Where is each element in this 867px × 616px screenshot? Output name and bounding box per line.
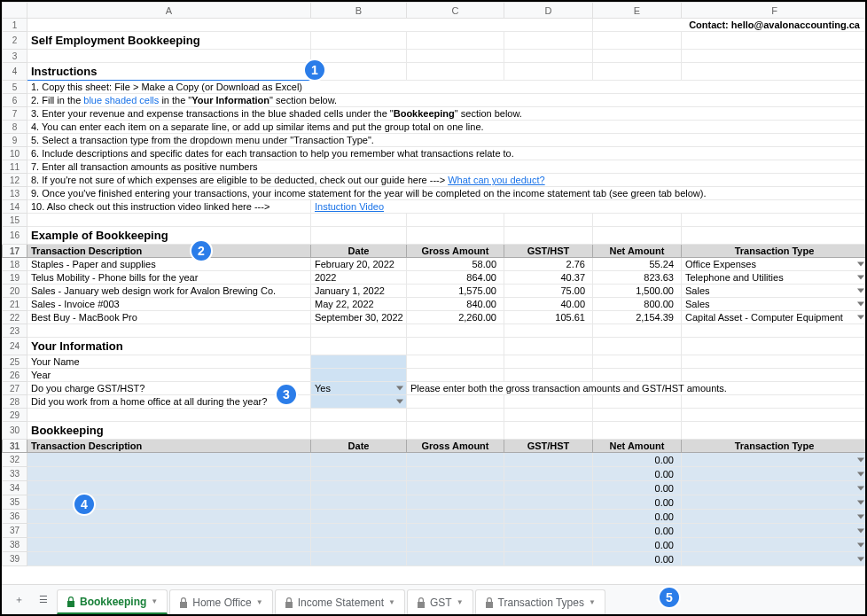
- tab-gst[interactable]: GST▼: [407, 589, 473, 614]
- col-header-e[interactable]: E: [593, 3, 682, 19]
- type-dropdown[interactable]: Telephone and Utilities: [682, 271, 866, 285]
- col-gst[interactable]: GST/HST: [504, 245, 593, 258]
- row-14: 1410. Also check out this instruction vi…: [3, 200, 866, 214]
- type-dropdown[interactable]: Office Expenses: [682, 258, 866, 271]
- example-heading[interactable]: Example of Bookkeeping: [27, 227, 311, 245]
- col-header-d[interactable]: D: [504, 3, 593, 19]
- annotation-badge-5: 5: [658, 586, 681, 609]
- col-net[interactable]: Net Amount: [593, 245, 682, 258]
- bookkeeping-heading[interactable]: Bookkeeping: [27, 422, 311, 440]
- bk-type-dropdown[interactable]: [682, 495, 866, 510]
- bk-type-dropdown[interactable]: [682, 467, 866, 481]
- instruction-video-link[interactable]: Instuction Video: [315, 201, 384, 212]
- column-headers[interactable]: A B C D E F: [3, 3, 866, 19]
- bk-desc-input[interactable]: [27, 453, 311, 467]
- row-17: 17Transaction DescriptionDateGross Amoun…: [3, 245, 866, 258]
- instruction-3[interactable]: 3. Enter your revenue and expense transa…: [27, 107, 866, 121]
- home-office-question[interactable]: Did you work from a home office at all d…: [27, 395, 311, 409]
- instruction-9[interactable]: 9. Once you've finished entering your tr…: [27, 187, 866, 200]
- row-35: 350.00: [3, 495, 866, 510]
- row-39: 390.00: [3, 552, 866, 566]
- col-date[interactable]: Date: [311, 245, 407, 258]
- col-gross[interactable]: Gross Amount: [407, 245, 504, 258]
- lock-icon: [417, 597, 426, 608]
- chevron-down-icon[interactable]: ▼: [589, 598, 596, 606]
- deduct-guide-link[interactable]: What can you deduct?: [448, 175, 544, 185]
- lock-icon: [179, 597, 188, 608]
- row-28: 28Did you work from a home office at all…: [3, 395, 866, 409]
- type-dropdown[interactable]: Capital Asset - Computer Equipment: [682, 311, 866, 324]
- instruction-7[interactable]: 7. Enter all transaction amounts as posi…: [27, 160, 866, 174]
- row-23: 23: [3, 324, 866, 338]
- chevron-down-icon: [857, 528, 864, 533]
- col-header-a[interactable]: A: [27, 3, 311, 19]
- tab-income-statement[interactable]: Income Statement▼: [275, 589, 405, 614]
- bk-date-input[interactable]: [311, 453, 407, 467]
- spreadsheet-grid: A B C D E F 1Contact: hello@avalonaccoun…: [2, 2, 865, 566]
- row-32: 320.00: [3, 453, 866, 467]
- chevron-down-icon: [857, 302, 864, 307]
- page-title[interactable]: Self Employment Bookkeeping: [27, 32, 311, 50]
- all-sheets-button[interactable]: ☰: [32, 589, 55, 611]
- chevron-down-icon: [857, 557, 864, 561]
- gst-question[interactable]: Do you charge GST/HST?: [27, 382, 311, 395]
- year-label[interactable]: Year: [27, 369, 311, 382]
- row-24: 24Your Information: [3, 338, 866, 355]
- col-desc[interactable]: Transaction Description: [27, 245, 311, 258]
- instructions-heading[interactable]: Instructions: [27, 63, 311, 81]
- instruction-2[interactable]: 2. Fill in the blue shaded cells in the …: [27, 94, 866, 107]
- bk-gst-input[interactable]: [504, 453, 593, 467]
- chevron-down-icon[interactable]: ▼: [388, 598, 395, 606]
- instruction-8[interactable]: 8. If you're not sure of which expenses …: [27, 174, 866, 187]
- instruction-5[interactable]: 5. Select a transaction type from the dr…: [27, 134, 866, 147]
- annotation-badge-2: 2: [190, 239, 213, 262]
- your-info-heading[interactable]: Your Information: [27, 338, 311, 355]
- spreadsheet-area: A B C D E F 1Contact: hello@avalonaccoun…: [2, 2, 865, 584]
- row-19: 19Telus Mobility - Phone bills for the y…: [3, 271, 866, 285]
- your-name-input[interactable]: [311, 355, 407, 369]
- home-office-dropdown[interactable]: [311, 395, 407, 409]
- year-input[interactable]: [311, 369, 407, 382]
- tab-bookkeeping[interactable]: Bookkeeping▼: [57, 589, 168, 614]
- bk-type-dropdown[interactable]: [682, 552, 866, 566]
- bk-type-dropdown[interactable]: [682, 538, 866, 552]
- row-6: 62. Fill in the blue shaded cells in the…: [3, 94, 866, 107]
- instruction-6[interactable]: 6. Include descriptions and specific dat…: [27, 147, 866, 160]
- bk-net: 0.00: [593, 453, 682, 467]
- chevron-down-icon[interactable]: ▼: [151, 597, 158, 605]
- row-10: 106. Include descriptions and specific d…: [3, 147, 866, 160]
- col-header-b[interactable]: B: [311, 3, 407, 19]
- row-36: 360.00: [3, 510, 866, 524]
- row-33: 330.00: [3, 467, 866, 481]
- lock-icon: [285, 597, 293, 608]
- gst-dropdown[interactable]: Yes: [311, 382, 407, 395]
- row-8: 84. You can enter each item on a separat…: [3, 121, 866, 134]
- bk-type-dropdown[interactable]: [682, 510, 866, 524]
- row-12: 128. If you're not sure of which expense…: [3, 174, 866, 187]
- bk-type-dropdown[interactable]: [682, 453, 866, 467]
- type-dropdown[interactable]: Sales: [682, 298, 866, 311]
- your-name-label[interactable]: Your Name: [27, 355, 311, 369]
- col-header-c[interactable]: C: [407, 3, 504, 19]
- row-30: 30Bookkeeping: [3, 422, 866, 440]
- col-header-f[interactable]: F: [682, 3, 866, 19]
- gst-note[interactable]: Please enter both the gross transaction …: [407, 382, 866, 395]
- col-type[interactable]: Transaction Type: [682, 245, 866, 258]
- contact-text[interactable]: Contact: hello@avalonaccounting.ca: [593, 19, 866, 32]
- row-2: 2Self Employment Bookkeeping: [3, 32, 866, 50]
- bk-gross-input[interactable]: [407, 453, 504, 467]
- chevron-down-icon: [857, 457, 864, 462]
- chevron-down-icon[interactable]: ▼: [457, 598, 464, 606]
- tab-transaction-types[interactable]: Transaction Types▼: [475, 589, 605, 614]
- add-sheet-button[interactable]: ＋: [7, 589, 30, 611]
- chevron-down-icon[interactable]: ▼: [256, 598, 263, 606]
- row-22: 22Best Buy - MacBook ProSeptember 30, 20…: [3, 311, 866, 324]
- tab-home-office[interactable]: Home Office▼: [169, 589, 272, 614]
- row-18: 18Staples - Paper and suppliesFebruary 2…: [3, 258, 866, 271]
- bk-type-dropdown[interactable]: [682, 481, 866, 495]
- instruction-4[interactable]: 4. You can enter each item on a separate…: [27, 121, 866, 134]
- bk-type-dropdown[interactable]: [682, 524, 866, 538]
- instruction-1[interactable]: 1. Copy this sheet: File > Make a Copy (…: [27, 81, 866, 94]
- type-dropdown[interactable]: Sales: [682, 285, 866, 298]
- instruction-10[interactable]: 10. Also check out this instruction vide…: [27, 200, 311, 214]
